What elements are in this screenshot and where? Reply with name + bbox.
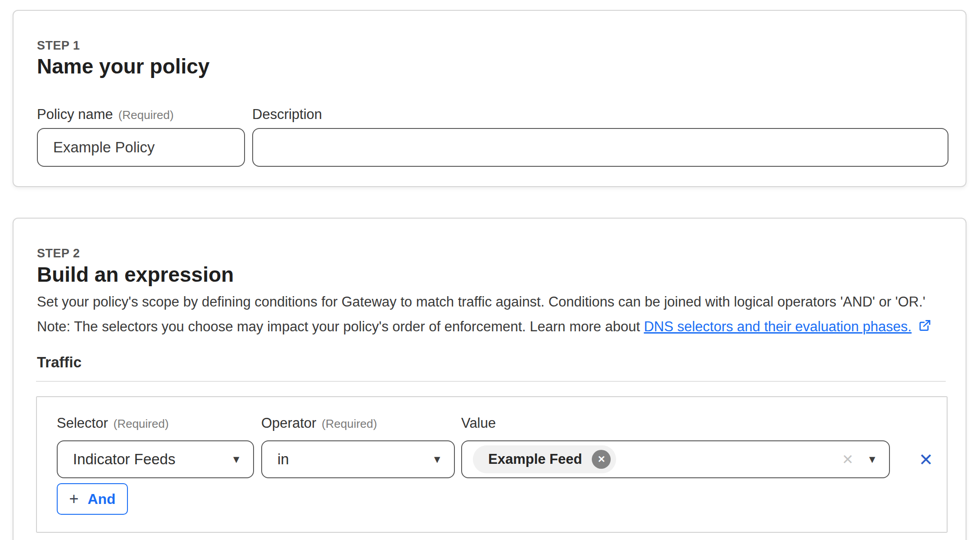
selector-label-text: Selector: [57, 415, 108, 431]
clear-all-icon[interactable]: ✕: [842, 451, 853, 468]
traffic-heading: Traffic: [37, 354, 82, 371]
chevron-down-icon: ▼: [432, 454, 442, 465]
description-label: Description: [252, 106, 322, 123]
step2-card: STEP 2 Build an expression Set your poli…: [13, 218, 966, 540]
operator-label-text: Operator: [261, 415, 316, 431]
and-button-label: And: [87, 491, 115, 508]
step2-intro: Set your policy's scope by defining cond…: [37, 293, 934, 311]
step1-card: STEP 1 Name your policy Policy name(Requ…: [13, 10, 966, 187]
condition-row: Selector(Required) Operator(Required) Va…: [36, 396, 948, 533]
chevron-down-icon: ▼: [867, 454, 877, 465]
policy-name-input[interactable]: [37, 128, 245, 167]
external-link-icon[interactable]: [918, 319, 931, 337]
policy-name-required: (Required): [118, 108, 174, 122]
value-multiselect[interactable]: Example Feed ✕ ✕ ▼: [461, 440, 890, 478]
value-label: Value: [461, 415, 496, 431]
description-input[interactable]: [252, 128, 948, 167]
add-and-condition-button[interactable]: + And: [57, 483, 128, 515]
operator-dropdown[interactable]: in ▼: [261, 440, 455, 478]
tag-remove-icon[interactable]: ✕: [592, 450, 611, 469]
note-prefix: Note: The selectors you choose may impac…: [37, 319, 644, 334]
step2-label: STEP 2: [37, 247, 80, 261]
policy-name-label-text: Policy name: [37, 106, 113, 122]
plus-icon: +: [69, 491, 78, 507]
step1-title: Name your policy: [37, 54, 209, 78]
operator-label: Operator(Required): [261, 415, 377, 431]
selector-required: (Required): [113, 417, 169, 430]
dns-selectors-link[interactable]: DNS selectors and their evaluation phase…: [644, 319, 912, 334]
value-tag: Example Feed ✕: [473, 445, 616, 473]
selector-label: Selector(Required): [57, 415, 169, 431]
step1-label: STEP 1: [37, 39, 80, 53]
remove-condition-icon[interactable]: ✕: [919, 451, 933, 468]
value-tag-label: Example Feed: [488, 451, 582, 467]
selector-value: Indicator Feeds: [73, 451, 175, 468]
traffic-divider: [36, 381, 946, 382]
step2-title: Build an expression: [37, 262, 234, 287]
description-label-text: Description: [252, 106, 322, 122]
operator-value: in: [277, 451, 289, 468]
chevron-down-icon: ▼: [231, 454, 241, 465]
operator-required: (Required): [322, 417, 377, 430]
selector-dropdown[interactable]: Indicator Feeds ▼: [57, 440, 254, 478]
policy-name-label: Policy name(Required): [37, 106, 174, 123]
step2-note: Note: The selectors you choose may impac…: [37, 318, 934, 337]
value-label-text: Value: [461, 415, 496, 431]
